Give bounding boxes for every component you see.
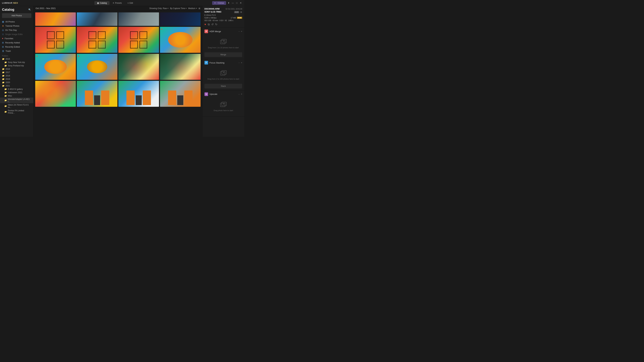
sidebar-title: Catalog	[2, 8, 14, 11]
focus-stacking-panel: F Focus Stacking ··· ▾	[202, 59, 244, 90]
folder-icon: 📁	[4, 99, 7, 102]
plus-icon: ✦	[214, 2, 216, 4]
photo-cell[interactable]	[77, 12, 118, 26]
upscale-drop-zone[interactable]: Drag photo here to start	[204, 99, 242, 114]
sidebar-item-on-this-day[interactable]: ◎ On This Day	[0, 28, 33, 32]
add-photos-button[interactable]: Add Photos	[2, 13, 31, 18]
close-button[interactable]: ✕	[240, 2, 242, 4]
focus-drop-text: Drag from 2 to 100 photos here to start	[208, 78, 239, 80]
sidebar-item-tutorial-photos[interactable]: ★ Tutorial Photos	[0, 24, 33, 28]
photo-cell[interactable]	[35, 27, 76, 53]
extras-button[interactable]: ✦ + Extras	[212, 1, 226, 5]
photo-grid: ♥ ♥ ♥	[34, 11, 202, 137]
photo-cell[interactable]	[118, 81, 159, 107]
hdr-merge-icon: H	[204, 29, 208, 33]
photo-cell[interactable]	[160, 54, 200, 80]
folder-misc[interactable]: 📁 Misc	[0, 94, 33, 97]
folder-2017[interactable]: 📁 2017	[0, 71, 33, 74]
folder-em10[interactable]: 📁 E-M10 IV gallery	[0, 87, 33, 91]
photo-cell[interactable]	[118, 27, 159, 53]
folder-pentax[interactable]: 📁 Pentax FA Limited Prime...	[0, 109, 33, 115]
titlebar: LUMINAR NEO ▦ Catalog ✦ Presets ≡ Edit ✦…	[0, 0, 244, 6]
sidebar-item-all-photos[interactable]: ▦ All Photos	[0, 19, 33, 24]
folder-icon: 📁	[2, 58, 4, 60]
hdr-merge-button[interactable]: Merge	[204, 52, 242, 57]
sidebar-item-recently-edited[interactable]: ⊞ Recently Edited	[0, 45, 33, 49]
folder-halloween[interactable]: 📁 Halloween 2021	[0, 91, 33, 94]
photo-cell[interactable]	[77, 27, 118, 53]
upscale-chevron-icon[interactable]: ▾	[241, 93, 242, 95]
sidebar-item-favorites[interactable]: ♥ Favorites	[0, 36, 33, 40]
folder-sony-new-york-label: Sony New York trip	[8, 61, 25, 63]
search-button[interactable]: 🔍	[28, 8, 31, 11]
folder-icon: 📁	[4, 111, 7, 113]
nav-catalog-label: Catalog	[100, 2, 107, 4]
folder-nikon[interactable]: 📁 Nikon 24-70mm F2.8 S re...	[0, 103, 33, 109]
upscale-drop-text: Drag photo here to start	[214, 109, 233, 112]
focus-stacking-name: Focus Stacking	[210, 61, 237, 64]
focus-drop-zone[interactable]: Drag from 2 to 100 photos here to start	[204, 67, 242, 83]
photo-cell[interactable]	[35, 12, 76, 26]
hdr-drop-text: Drag from 1 to 10 photos here to start	[208, 46, 239, 49]
folder-2015[interactable]: 📁 2015	[0, 57, 33, 61]
focus-ellipsis-icon[interactable]: ···	[238, 61, 240, 64]
photo-cell[interactable]: ♥	[160, 27, 200, 53]
main-nav: ▦ Catalog ✦ Presets ≡ Edit	[94, 1, 136, 5]
file-info: DSC00040.ARW 02 Oct 2021, 18:41:08 SONY …	[202, 6, 244, 28]
photo-cell[interactable]	[77, 81, 118, 107]
file-date: 02 Oct 2021, 18:41:08	[226, 8, 242, 10]
share-button[interactable]: ⬆	[228, 2, 230, 4]
folder-monster-adapter[interactable]: 📁 MonsterAdapter LA-KE1 r...	[0, 97, 33, 103]
hdr-drop-zone[interactable]: Drag from 1 to 10 photos here to start	[204, 36, 242, 52]
camera-settings-icon[interactable]: ⚙	[240, 11, 242, 13]
photo-cell[interactable]	[160, 12, 200, 26]
folder-2018[interactable]: 📁 2018	[0, 74, 33, 77]
favorite-toggle[interactable]: ♥	[204, 23, 206, 26]
sidebar-item-trash[interactable]: 🗑 Trash	[0, 49, 33, 53]
photo-cell[interactable]	[160, 81, 200, 107]
rotate-right-icon[interactable]: ↻	[215, 23, 217, 26]
maximize-button[interactable]: □	[236, 2, 238, 4]
hdr-merge-header[interactable]: H HDR Merge ··· ▾	[202, 28, 244, 35]
photo-cell[interactable]	[118, 12, 159, 26]
folder-2016[interactable]: 📁 2016	[0, 67, 33, 71]
folder-monster-adapter-label: MonsterAdapter LA-KE1 r...	[8, 98, 31, 103]
upscale-ellipsis-icon[interactable]: ···	[238, 93, 240, 95]
focus-stack-button[interactable]: Stack	[204, 84, 242, 88]
right-panel: DSC00040.ARW 02 Oct 2021, 18:41:08 SONY …	[202, 6, 244, 137]
folder-2021[interactable]: 📁 2021	[0, 84, 33, 87]
sort-filter[interactable]: By Capture Time ▾	[170, 7, 186, 9]
folder-sony-new-york[interactable]: 📁 Sony New York trip	[0, 61, 33, 64]
focus-chevron-icon[interactable]: ▾	[241, 62, 242, 64]
nav-edit[interactable]: ≡ Edit	[125, 1, 136, 5]
folder-2019-label: 2019	[6, 78, 10, 80]
photo-cell[interactable]	[118, 54, 159, 80]
size-filter[interactable]: Medium ▾	[188, 7, 197, 9]
on-this-day-label: On This Day	[5, 29, 17, 31]
upscale-header[interactable]: U Upscale ··· ▾	[202, 91, 244, 98]
folder-2019[interactable]: 📁 2019	[0, 77, 33, 81]
file-size: 17 MB	[230, 17, 236, 19]
folder-sony-portland[interactable]: 📁 Sony Portland trip	[0, 64, 33, 67]
shutter: 1/80 s	[228, 19, 233, 21]
folder-2020[interactable]: 📁 2020	[0, 81, 33, 84]
folder-2016-label: 2016	[6, 68, 10, 70]
size-label: Medium	[188, 7, 196, 9]
heart-icon: ♥	[161, 28, 162, 30]
photo-cell[interactable]: ♥	[35, 54, 76, 80]
rotate-left-icon[interactable]: ↺	[211, 23, 214, 26]
folder-icon: 📁	[4, 91, 7, 94]
compare-icon[interactable]: ⧉	[208, 23, 210, 26]
focus-stacking-header[interactable]: F Focus Stacking ··· ▾	[202, 59, 244, 66]
hdr-ellipsis-icon[interactable]: ···	[238, 30, 240, 33]
sidebar-item-recently-added[interactable]: ⊞ Recently Added	[0, 40, 33, 45]
photo-cell[interactable]: ♥	[77, 54, 118, 80]
layout-toggle[interactable]: ⊞	[198, 7, 200, 9]
nav-catalog[interactable]: ▦ Catalog	[94, 1, 109, 5]
nav-presets[interactable]: ✦ Presets	[110, 1, 124, 5]
minimize-button[interactable]: —	[232, 2, 234, 4]
photo-cell[interactable]	[35, 81, 76, 107]
focus-drop-icon	[220, 70, 227, 77]
showing-filter[interactable]: Showing Only: Raw ▾	[149, 7, 168, 9]
hdr-chevron-icon[interactable]: ▾	[241, 30, 242, 32]
